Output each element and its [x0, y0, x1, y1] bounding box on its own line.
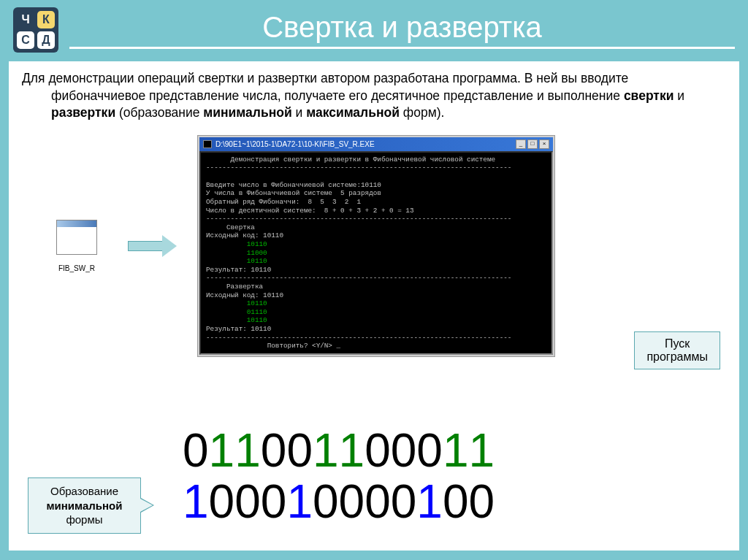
title-area: Свертка и развертка — [69, 11, 735, 49]
slide-content: Для демонстрации операций свертки и разв… — [9, 61, 739, 551]
maximize-icon[interactable]: □ — [527, 139, 538, 149]
min-form-callout: Образование минимальной формы — [28, 477, 141, 534]
console-output: Демонстрация свертки и развертки в Фибон… — [199, 151, 553, 355]
minimize-icon[interactable]: _ — [516, 139, 526, 149]
binary-display: 011001100011 100010000100 — [183, 425, 495, 528]
console-title: D:\90E1~1\2015-1\DA72-1\10-KI\FIB_SV_R.E… — [215, 140, 512, 148]
title-underline — [69, 47, 735, 49]
cmd-icon — [203, 140, 212, 148]
console-window: D:\90E1~1\2015-1\DA72-1\10-KI\FIB_SV_R.E… — [197, 135, 555, 357]
intro-paragraph: Для демонстрации операций свертки и разв… — [22, 70, 726, 122]
binary-row-2: 100010000100 — [183, 476, 495, 527]
file-label: FIB_SW_R — [44, 264, 110, 272]
start-program-button[interactable]: Пуск программы — [634, 331, 720, 369]
program-file-icon[interactable] — [55, 220, 99, 260]
arrow-icon — [128, 235, 179, 257]
slide-header: Ч К С Д Свертка и развертка — [0, 0, 748, 53]
logo-icon: Ч К С Д — [13, 7, 58, 53]
binary-row-1: 011001100011 — [183, 425, 495, 476]
console-titlebar: D:\90E1~1\2015-1\DA72-1\10-KI\FIB_SV_R.E… — [199, 137, 553, 151]
file-icon-box: FIB_SW_R — [44, 220, 110, 272]
page-title: Свертка и развертка — [69, 11, 735, 44]
demo-row: FIB_SW_R D:\90E1~1\2015-1\DA72-1\10-KI\F… — [22, 135, 726, 357]
window-buttons: _ □ × — [516, 139, 549, 149]
close-icon[interactable]: × — [539, 139, 549, 149]
